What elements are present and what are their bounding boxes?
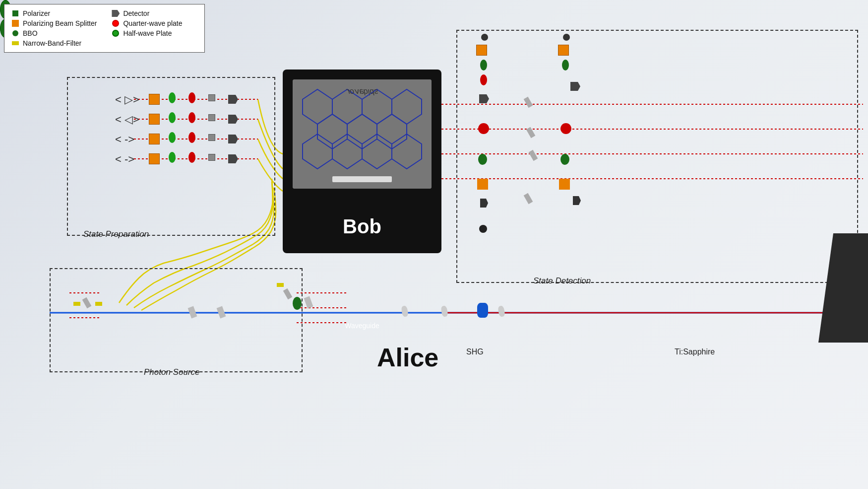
legend-pbs-label: Polarizing Beam Splitter <box>23 19 97 27</box>
hwp-row3 <box>169 132 176 143</box>
svg-text:ɹoʌɐbids: ɹoʌɐbids <box>346 88 378 96</box>
bbo-icon <box>12 30 18 36</box>
alice-label: Alice <box>377 343 438 372</box>
qwp-row2 <box>188 112 195 123</box>
lens-2 <box>440 305 448 317</box>
hwp-row4 <box>169 152 176 163</box>
legend-hwp-label: Half-wave Plate <box>123 29 172 37</box>
pbs-row1 <box>149 94 160 105</box>
pbs-row4 <box>149 153 160 164</box>
arrow-row2: < ◁> <box>115 113 139 126</box>
polarizer-row2 <box>208 114 215 121</box>
mirror-bob-2 <box>304 296 313 309</box>
legend-bbo: BBO <box>11 29 97 37</box>
qwp-row1 <box>188 92 195 103</box>
bob-device: ɹoʌɐbids Waveguide Bob <box>283 70 441 253</box>
arrow-row4: < -> <box>115 153 134 166</box>
legend-qwp: Quarter-wave plate <box>112 19 197 27</box>
legend-nbf-label: Narrow-Band-Filter <box>23 39 81 47</box>
state-detection-box <box>456 30 858 283</box>
svg-rect-17 <box>332 176 392 182</box>
pbs-det-r1 <box>558 45 569 56</box>
bbo-det-r2 <box>560 154 569 165</box>
lens-3 <box>497 305 505 317</box>
legend-bbo-label: BBO <box>23 29 38 37</box>
legend-box: Polarizer Detector Polarizing Beam Split… <box>4 4 205 53</box>
shg-crystal <box>477 303 488 318</box>
polarizer-icon <box>12 10 18 16</box>
qwp-big-r1 <box>560 123 571 134</box>
bbo-bob <box>293 297 302 310</box>
bob-label: Bob <box>343 215 381 238</box>
polarizer-row3 <box>208 134 215 141</box>
pbs-det-l2 <box>477 179 488 190</box>
legend-pbs: Polarizing Beam Splitter <box>11 19 97 27</box>
lens-1 <box>401 305 409 317</box>
hwp-row2 <box>169 112 176 123</box>
waveguide-label: Waveguide <box>345 322 379 330</box>
photon-source-box <box>50 268 303 372</box>
pbs-det-r2 <box>559 179 570 190</box>
state-preparation-label: State Preparation <box>83 229 149 239</box>
polarizer-row4 <box>208 154 215 161</box>
legend-detector-label: Detector <box>123 9 149 17</box>
detector-icon <box>112 10 120 17</box>
ti-sapphire-label: Ti:Sapphire <box>675 348 715 356</box>
det-top-r1 <box>563 34 570 41</box>
det-circle-l2 <box>479 225 487 233</box>
shg-label: SHG <box>466 348 484 356</box>
pbs-det-l1 <box>476 45 487 56</box>
legend-qwp-label: Quarter-wave plate <box>123 19 182 27</box>
nbf-bob-1 <box>277 283 284 287</box>
hwp-icon <box>112 30 119 37</box>
nbf-icon <box>12 41 19 45</box>
qwp-row4 <box>188 152 195 163</box>
legend-polarizer: Polarizer <box>11 9 97 17</box>
pbs-row3 <box>149 134 160 144</box>
legend-polarizer-label: Polarizer <box>23 9 50 17</box>
waveguide-screen: ɹoʌɐbids <box>293 79 432 189</box>
det-top-l1 <box>481 34 488 41</box>
bbo-det-l1 <box>480 60 487 70</box>
legend-hwp: Half-wave Plate <box>112 29 197 37</box>
state-detection-label: State Detection <box>533 276 591 286</box>
hwp-row1 <box>169 92 176 103</box>
photon-source-label: Photon Source <box>144 367 199 377</box>
pbs-icon <box>12 20 19 27</box>
qwp-icon <box>112 20 119 27</box>
arrow-row1: < ▷> <box>115 93 139 106</box>
legend-detector: Detector <box>112 9 197 17</box>
nbf-2 <box>95 302 102 306</box>
polarizer-row1 <box>208 94 215 101</box>
qwp-det-l1 <box>480 74 487 85</box>
nbf-1 <box>73 302 80 306</box>
bbo-det-r1 <box>562 60 569 70</box>
qwp-big-l1 <box>478 123 489 134</box>
legend-nbf: Narrow-Band-Filter <box>11 39 97 47</box>
pbs-row2 <box>149 114 160 125</box>
bbo-det-l2 <box>478 154 487 165</box>
qwp-row3 <box>188 132 195 143</box>
arrow-row3: < -> <box>115 133 134 146</box>
